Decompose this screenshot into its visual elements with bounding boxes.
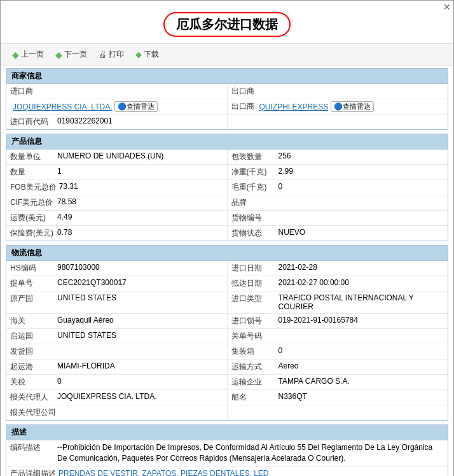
logistics-row5: 启运国 UNITED STATES 关单号码	[6, 329, 448, 344]
merchant-body: 进口商 出口商 JOQUIEXPRESS CIA. LTDA. 🔵 查情雷达	[6, 83, 448, 130]
badge-icon: 🔵	[118, 102, 127, 111]
importer-code-row: 进口商代码 0190322262001	[6, 115, 448, 129]
container-label: 集装箱	[231, 346, 276, 357]
description-section: 描述 编码描述 --Prohibición De Importación De …	[6, 424, 448, 476]
insurance-label: 保险费(美元)	[10, 228, 55, 239]
customs-label: 海关	[10, 316, 55, 326]
print-label: 打印	[109, 49, 124, 60]
importer-name[interactable]: JOQUIEXPRESS CIA. LTDA.	[13, 102, 112, 111]
merchant-section: 商家信息 进口商 出口商 JOQUIEXPRESS CIA. LTDA. 🔵	[6, 68, 448, 130]
product-body: 数量单位 NUMERO DE UNIDADES (UN) 包装数量 256 数量…	[6, 149, 448, 241]
prev-button[interactable]: ◆ 上一页	[10, 48, 46, 61]
arrival-date: 2021-02-27 00:00:00	[279, 278, 349, 287]
toolbar: ◆ 上一页 ◆ 下一页 🖨 打印 ◆ 下载	[1, 43, 453, 66]
origin-port-label: 起运港	[10, 361, 55, 372]
import-type-label: 进口类型	[231, 293, 276, 304]
importer-name-cell: JOQUIEXPRESS CIA. LTDA. 🔵 查情雷达	[6, 99, 228, 114]
pkg-qty: 256	[279, 151, 291, 160]
exporter-label-cell: 出口商	[228, 84, 448, 99]
product-row1: 数量单位 NUMERO DE UNIDADES (UN) 包装数量 256	[6, 150, 448, 165]
export-country-label: 发货国	[10, 346, 55, 357]
pkg-qty-label: 包装数量	[231, 151, 276, 162]
net-weight: 2.99	[279, 167, 293, 176]
merchant-name-row: JOQUIEXPRESS CIA. LTDA. 🔵 查情雷达 出口商 QUIZP…	[6, 99, 448, 115]
description-body: 编码描述 --Prohibición De Importación De Imp…	[6, 440, 448, 476]
code-desc: --Prohibición De Importación De Impresos…	[57, 442, 444, 464]
transport-mode: Aereo	[279, 361, 299, 370]
product-desc: PRENDAS DE VESTIR, ZAPATOS, PIEZAS DENTA…	[58, 468, 444, 476]
import-record: 019-2021-91-00165784	[279, 316, 358, 325]
transport-company-label: 运输企业	[231, 377, 276, 388]
qty-unit: NUMERO DE UNIDADES (UN)	[57, 151, 163, 160]
download-label: 下载	[144, 49, 159, 60]
print-button[interactable]: 🖨 打印	[96, 48, 127, 61]
print-icon: 🖨	[99, 50, 107, 59]
importer-badge[interactable]: 🔵 查情雷达	[114, 101, 158, 112]
product-section: 产品信息 数量单位 NUMERO DE UNIDADES (UN) 包装数量 2…	[6, 134, 448, 241]
import-type: TRAFICO POSTAL INTERNACIONAL Y COURIER	[279, 293, 444, 311]
code-desc-row: 编码描述 --Prohibición De Importación De Imp…	[6, 440, 448, 466]
shipping-country-label: 启运国	[10, 331, 55, 342]
qty-unit-label: 数量单位	[10, 151, 55, 162]
import-date-label: 进口日期	[231, 263, 276, 274]
logistics-row3: 原产国 UNITED STATES 进口类型 TRAFICO POSTAL IN…	[6, 291, 448, 314]
goods-status-label: 货物状态	[231, 228, 276, 239]
next-button[interactable]: ◆ 下一页	[53, 48, 90, 61]
transport-mode-label: 运输方式	[231, 361, 276, 372]
logistics-header: 物流信息	[6, 245, 448, 260]
logistics-row10: 报关代理公司	[6, 405, 448, 420]
merchant-header-row: 进口商 出口商	[6, 84, 448, 99]
importer-badge-text: 查情雷达	[127, 102, 155, 111]
qty: 1	[57, 167, 62, 176]
exporter-badge[interactable]: 🔵 查情雷达	[331, 101, 374, 112]
declaration: CEC2021QT300017	[57, 278, 127, 287]
hs: 9807103000	[57, 263, 100, 272]
product-header: 产品信息	[6, 134, 448, 149]
product-row4: CIF美元总价 78.58 品牌	[6, 195, 448, 211]
cif-label: CIF美元总价	[10, 197, 55, 208]
cif: 78.58	[57, 197, 76, 206]
declaration-label: 提单号	[10, 278, 55, 289]
transport-company: TAMPA CARGO S.A.	[279, 377, 350, 386]
import-date: 2021-02-28	[279, 263, 317, 272]
bill-no-label: 关单号码	[231, 331, 276, 342]
importer-label: 进口商	[10, 86, 55, 97]
exporter-name[interactable]: QUIZPHI EXPRESS	[259, 102, 329, 111]
qty-label: 数量	[10, 167, 55, 178]
shipping-country: UNITED STATES	[57, 331, 116, 340]
logistics-body: HS编码 9807103000 进口日期 2021-02-28 提单号 CEC2…	[6, 260, 448, 421]
agent-company-label: 报关代理公司	[10, 407, 56, 418]
description-header: 描述	[6, 424, 448, 440]
gross-weight: 0	[279, 182, 283, 191]
agent: JOQUIEXPRESS CIA. LTDA.	[57, 392, 156, 401]
arrival-date-label: 抵达日期	[231, 278, 276, 289]
agent-label: 报关代理人	[10, 392, 55, 403]
goods-code-label: 货物编号	[231, 213, 276, 223]
code-desc-label: 编码描述	[10, 442, 55, 453]
importer-code-cell: 进口商代码 0190322262001	[6, 115, 228, 129]
product-desc-row: 产品详细描述 PRENDAS DE VESTIR, ZAPATOS, PIEZA…	[6, 466, 448, 476]
download-button[interactable]: ◆ 下载	[133, 48, 162, 61]
origin: UNITED STATES	[57, 293, 116, 302]
empty-cell	[228, 115, 448, 129]
close-button[interactable]: ✕	[443, 2, 451, 12]
logistics-row6: 发货国 集装箱 0	[6, 344, 448, 360]
insurance: 0.78	[57, 228, 72, 237]
logistics-row7: 起运港 MIAMI-FLORIDA 运输方式 Aereo	[6, 360, 448, 375]
hs-label: HS编码	[10, 263, 55, 274]
next-label: 下一页	[64, 49, 87, 60]
exporter-name-cell: 出口商 QUIZPHI EXPRESS 🔵 查情雷达	[228, 99, 448, 114]
goods-status: NUEVO	[279, 228, 306, 237]
fob-label: FOB美元总价	[10, 182, 57, 193]
exporter-badge-icon: 🔵	[334, 102, 343, 111]
freight: 4.49	[57, 213, 72, 221]
brand-label: 品牌	[231, 197, 276, 208]
origin-port: MIAMI-FLORIDA	[57, 361, 115, 370]
gross-weight-label: 毛重(千克)	[231, 182, 276, 193]
import-record-label: 进口锁号	[231, 316, 276, 326]
customs: Guayaquil Aéreo	[57, 316, 114, 325]
logistics-row4: 海关 Guayaquil Aéreo 进口锁号 019-2021-91-0016…	[6, 314, 448, 329]
fob: 73.31	[59, 182, 78, 191]
prev-label: 上一页	[21, 49, 44, 60]
logistics-row2: 提单号 CEC2021QT300017 抵达日期 2021-02-27 00:0…	[6, 276, 448, 291]
